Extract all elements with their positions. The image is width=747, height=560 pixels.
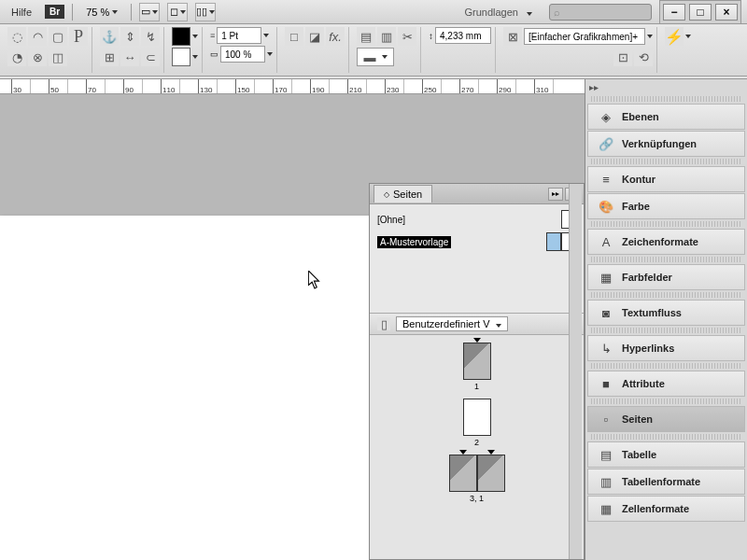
panel-label: Tabelle [622, 449, 656, 460]
page-thumb-2[interactable] [463, 399, 491, 436]
panel-icon: ▤ [598, 447, 614, 462]
panel-label: Farbfelder [622, 272, 672, 283]
menu-help[interactable]: Hilfe [6, 5, 37, 20]
panel-hyperlinks[interactable]: ↳Hyperlinks [587, 335, 745, 361]
new-style-icon[interactable]: ⊡ [613, 48, 632, 66]
panel-verknüpfungen[interactable]: 🔗Verknüpfungen [587, 131, 745, 157]
panel-label: Zeichenformate [622, 236, 698, 247]
ruler-tick: 30 [11, 79, 30, 94]
ruler-tick: 190 [310, 79, 329, 94]
master-pages-section: [Ohne] A-Mustervorlage [370, 204, 584, 313]
corner-icon[interactable]: ◪ [305, 27, 324, 46]
panel-tabellenformate[interactable]: ▥Tabellenformate [587, 469, 745, 495]
align-selector[interactable]: ▬ [357, 48, 394, 66]
panel-label: Tabellenformate [622, 476, 700, 487]
search-input[interactable]: ⌕ [549, 4, 652, 21]
zoom-selector[interactable]: 75 % [80, 7, 123, 18]
stroke-weight-input[interactable] [217, 27, 261, 44]
close-button[interactable]: × [715, 4, 738, 21]
arc-icon[interactable]: ◠ [28, 27, 47, 46]
master-a[interactable]: A-Mustervorlage [377, 236, 451, 248]
panel-seiten[interactable]: ▫Seiten [587, 406, 745, 432]
anchor-icon[interactable]: ⚓ [100, 27, 119, 46]
pages-tab-label: Seiten [393, 189, 422, 200]
panel-zellenformate[interactable]: ▦Zellenformate [587, 496, 745, 522]
panel-icon: ≡ [598, 172, 614, 187]
view-options-button[interactable]: ▭ [139, 3, 160, 21]
paragraph-icon[interactable]: P [69, 27, 88, 46]
quick-apply-icon[interactable]: ⚡ [665, 27, 684, 46]
distribute-icon[interactable]: ⇕ [120, 27, 139, 46]
panel-zeichenformate[interactable]: AZeichenformate [587, 229, 745, 255]
bridge-badge[interactable]: Br [45, 5, 64, 19]
text-wrap-left-icon[interactable]: ▤ [357, 27, 375, 46]
ellipse-dashed-icon[interactable]: ◌ [7, 27, 26, 46]
ruler-tick: 110 [161, 79, 179, 94]
align-icon[interactable]: ⊞ [100, 48, 119, 66]
panel-kontur[interactable]: ≡Kontur [587, 166, 745, 192]
ruler-tick: 90 [123, 79, 142, 94]
opacity-input[interactable] [220, 46, 265, 63]
page-thumb-3b[interactable] [477, 455, 505, 492]
square-dashed-icon[interactable]: ▢ [49, 27, 67, 46]
stroke-swatch[interactable] [172, 48, 190, 66]
page[interactable] [0, 216, 369, 560]
minimize-button[interactable]: − [663, 4, 685, 21]
panel-farbe[interactable]: 🎨Farbe [587, 193, 745, 219]
master-a-left-thumb[interactable] [546, 232, 561, 251]
panel-label: Seiten [622, 413, 653, 425]
screen-mode-button[interactable]: ◻ [167, 3, 188, 21]
crop-icon[interactable]: ✂ [398, 27, 416, 46]
object-style-input[interactable] [524, 28, 645, 45]
frame-icon[interactable]: ⊠ [503, 27, 522, 46]
panel-label: Textumfluss [622, 307, 682, 318]
menubar: Hilfe Br 75 % ▭ ◻ ▯▯ Grundlagen ⌕ − □ × [0, 0, 747, 24]
text-wrap-right-icon[interactable]: ▥ [377, 27, 396, 46]
panel-attribute[interactable]: ■Attribute [587, 371, 745, 397]
chain-icon[interactable]: ⊂ [141, 48, 160, 66]
panel-label: Verknüpfungen [622, 138, 697, 149]
page-size-header: ▯ Benutzerdefiniert V [370, 313, 584, 335]
panel-icon: A [598, 234, 614, 249]
panel-farbfelder[interactable]: ▦Farbfelder [587, 264, 745, 290]
dock-collapse-icon[interactable]: ▸▸ [589, 82, 599, 92]
clear-override-icon[interactable]: ⟲ [634, 48, 653, 66]
crossed-circle-icon[interactable]: ⊗ [28, 48, 47, 66]
master-none[interactable]: [Ohne] [377, 215, 405, 225]
arrange-button[interactable]: ▯▯ [195, 3, 216, 21]
panel-label: Hyperlinks [622, 343, 674, 354]
ruler-tick: 250 [422, 79, 441, 94]
collapse-button[interactable]: ▸▸ [548, 188, 563, 201]
panel-icon: 🔗 [598, 136, 614, 151]
panel-textumfluss[interactable]: ◙Textumfluss [587, 300, 745, 326]
panel-label: Kontur [622, 174, 655, 185]
spacing-icon[interactable]: ↔ [120, 48, 139, 66]
pie-icon[interactable]: ◔ [7, 48, 26, 66]
panel-ebenen[interactable]: ◈Ebenen [587, 104, 745, 130]
maximize-button[interactable]: □ [689, 4, 712, 21]
ruler-tick: 210 [347, 79, 366, 94]
fx-icon[interactable]: fx. [326, 27, 345, 46]
square-segment-icon[interactable]: ◫ [49, 48, 67, 66]
page-thumb-1[interactable] [463, 343, 491, 380]
ruler-tick: 290 [497, 79, 515, 94]
reflow-icon[interactable]: ↯ [141, 27, 160, 46]
panel-tabelle[interactable]: ▤Tabelle [587, 441, 745, 468]
height-input[interactable] [435, 27, 491, 44]
panel-label: Ebenen [622, 111, 659, 122]
horizontal-ruler[interactable]: 3050709011013015017019021023025027029031… [0, 79, 586, 94]
page-number: 2 [474, 438, 479, 447]
panel-icon: ▥ [598, 474, 614, 489]
fill-swatch[interactable] [172, 27, 190, 46]
panel-icon: ◙ [598, 305, 614, 320]
page-size-selector[interactable]: Benutzerdefiniert V [396, 316, 508, 331]
panel-label: Zellenformate [622, 503, 689, 514]
pages-tab[interactable]: ◇Seiten [374, 185, 432, 203]
square-outline-icon[interactable]: □ [285, 27, 303, 46]
workspace-selector[interactable]: Grundlagen [455, 5, 542, 20]
page-thumb-3[interactable] [449, 455, 477, 492]
page-size-icon[interactable]: ▯ [377, 317, 390, 330]
ruler-tick: 310 [534, 79, 553, 94]
panel-icon: 🎨 [598, 199, 614, 214]
pages-panel: ◇Seiten ▸▸ ▾≡ [Ohne] A-Mustervorlage ▯ B… [369, 183, 585, 560]
